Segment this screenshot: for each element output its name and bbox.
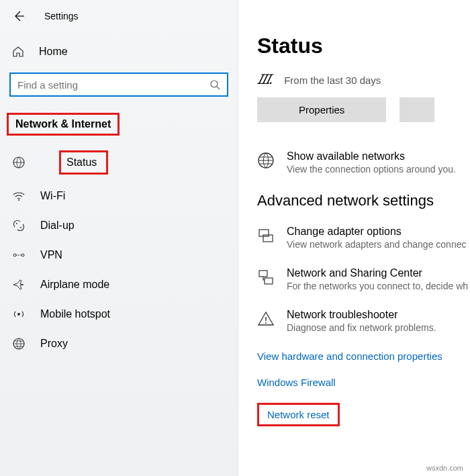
search-field[interactable]: [17, 79, 209, 91]
network-reset-highlight: Network reset: [257, 403, 340, 426]
svg-point-4: [20, 227, 21, 228]
sharing-title: Network and Sharing Center: [287, 267, 468, 279]
sharing-desc: For the networks you connect to, decide …: [287, 281, 468, 291]
svg-point-14: [265, 322, 267, 324]
svg-point-7: [17, 313, 20, 316]
proxy-icon: [12, 337, 26, 350]
watermark: wsxdn.com: [426, 464, 463, 472]
warning-icon: [257, 310, 275, 328]
svg-point-0: [211, 81, 218, 87]
status-icon: [12, 156, 26, 169]
trouble-desc: Diagnose and fix network problems.: [287, 322, 436, 333]
svg-point-6: [21, 254, 24, 256]
sidebar-item-proxy[interactable]: Proxy: [0, 329, 238, 359]
show-networks-item[interactable]: Show available networks View the connect…: [257, 150, 470, 175]
adapter-desc: View network adapters and change connec: [287, 239, 466, 250]
page-title: Status: [257, 34, 470, 58]
main-content: Status 𝘐𝘐𝘐. From the last 30 days Proper…: [238, 0, 470, 476]
sidebar-item-vpn[interactable]: VPN: [0, 240, 238, 270]
home-label: Home: [39, 46, 68, 58]
sharing-icon: [257, 269, 275, 286]
properties-button[interactable]: Properties: [257, 97, 386, 122]
firewall-link[interactable]: Windows Firewall: [257, 377, 470, 388]
signal-icon: 𝘐𝘐𝘐.: [257, 70, 272, 88]
hotspot-icon: [12, 307, 26, 321]
search-icon: [209, 79, 220, 90]
sidebar-label-hotspot: Mobile hotspot: [40, 308, 110, 320]
sidebar-item-wifi[interactable]: Wi-Fi: [0, 181, 238, 211]
advanced-title: Advanced network settings: [257, 192, 470, 209]
sidebar-item-hotspot[interactable]: Mobile hotspot: [0, 299, 238, 329]
svg-point-5: [13, 254, 16, 256]
airplane-icon: [12, 278, 26, 291]
show-networks-title: Show available networks: [287, 150, 456, 162]
sidebar-label-proxy: Proxy: [40, 338, 68, 350]
sidebar-item-airplane[interactable]: Airplane mode: [0, 270, 238, 299]
adapter-icon: [257, 227, 275, 244]
globe-icon: [257, 152, 275, 169]
wifi-icon: [12, 189, 26, 203]
data-usage-button[interactable]: [399, 97, 434, 122]
sidebar-label-airplane: Airplane mode: [40, 279, 109, 291]
sidebar: Settings Home Network & Internet Status: [0, 0, 238, 476]
sharing-center-item[interactable]: Network and Sharing Center For the netwo…: [257, 267, 470, 291]
adapter-options-item[interactable]: Change adapter options View network adap…: [257, 226, 470, 250]
svg-point-3: [16, 223, 17, 224]
home-icon: [12, 46, 24, 58]
sidebar-item-home[interactable]: Home: [0, 46, 238, 58]
hardware-link[interactable]: View hardware and connection properties: [257, 350, 470, 362]
sidebar-label-status: Status: [66, 156, 97, 169]
subtitle: From the last 30 days: [284, 75, 381, 86]
trouble-title: Network troubleshooter: [287, 309, 436, 321]
sidebar-label-wifi: Wi-Fi: [40, 190, 65, 202]
back-icon[interactable]: [12, 9, 26, 23]
app-title: Settings: [44, 11, 79, 21]
sidebar-item-dialup[interactable]: Dial-up: [0, 211, 238, 240]
sidebar-label-vpn: VPN: [40, 249, 62, 261]
search-input[interactable]: [9, 73, 228, 97]
sidebar-item-status[interactable]: Status: [0, 150, 238, 175]
svg-rect-12: [259, 271, 267, 277]
troubleshooter-item[interactable]: Network troubleshooter Diagnose and fix …: [257, 309, 470, 333]
section-header-network: Network & Internet: [7, 113, 120, 136]
svg-point-2: [18, 199, 19, 201]
dialup-icon: [12, 219, 26, 232]
adapter-title: Change adapter options: [287, 226, 466, 238]
svg-rect-13: [265, 278, 273, 284]
network-reset-link[interactable]: Network reset: [267, 409, 330, 420]
sidebar-label-dialup: Dial-up: [40, 220, 75, 232]
vpn-icon: [12, 248, 26, 262]
show-networks-desc: View the connection options around you.: [287, 164, 456, 175]
